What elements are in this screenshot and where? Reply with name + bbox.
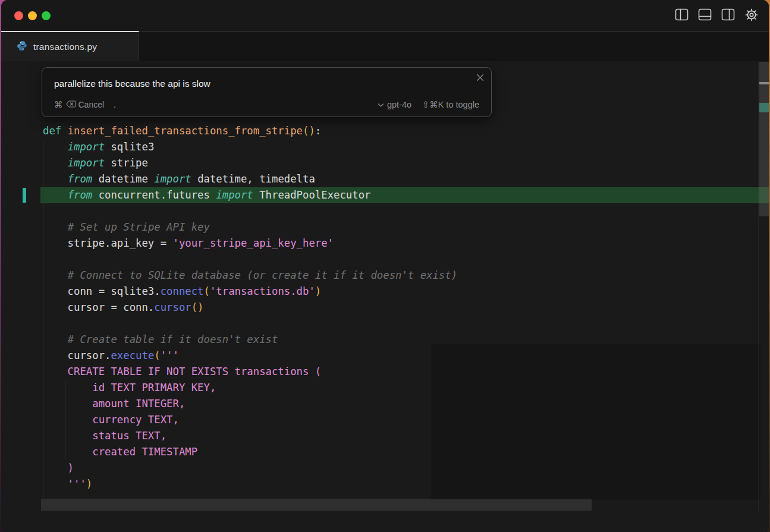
close-icon [476, 74, 484, 83]
code-editor[interactable]: def insert_failed_transactions_from_stri… [1, 61, 769, 532]
code-line[interactable]: from concurrent.futures import ThreadPoo… [1, 187, 758, 203]
toggle-left-sidebar-button[interactable] [675, 8, 689, 23]
titlebar-actions [675, 0, 759, 31]
zoom-window-button[interactable] [42, 11, 51, 20]
titlebar [1, 0, 769, 31]
code-line[interactable] [1, 316, 758, 332]
gear-icon [744, 8, 759, 24]
code-line[interactable]: CREATE TABLE IF NOT EXISTS transactions … [1, 364, 758, 380]
model-name: gpt-4o [387, 100, 411, 109]
code-line[interactable]: currency TEXT, [1, 412, 758, 428]
code-line[interactable]: # Create table if it doesn't exist [1, 332, 758, 348]
code-line[interactable] [1, 251, 758, 267]
code-line[interactable]: import stripe [1, 155, 758, 171]
code-line[interactable]: status TEXT, [1, 428, 758, 444]
tab-label: transactions.py [33, 42, 97, 52]
inline-ai-prompt: ⌘ Cancel . [42, 67, 492, 117]
model-selector[interactable]: gpt-4o [378, 100, 411, 109]
minimize-window-button[interactable] [28, 11, 37, 20]
overview-ruler-change-marker [759, 103, 769, 112]
prompt-footer: ⌘ Cancel . [54, 99, 479, 111]
code-line[interactable]: created TIMESTAMP [1, 444, 758, 460]
code-line[interactable]: ) [1, 460, 758, 476]
code-line[interactable]: # Connect to SQLite database (or create … [1, 267, 758, 284]
backspace-icon [66, 100, 76, 109]
code-line[interactable]: # Set up Stripe API key [1, 219, 758, 235]
python-logo-icon [17, 40, 27, 53]
settings-button[interactable] [744, 8, 759, 24]
cancel-button[interactable]: ⌘ Cancel [54, 100, 104, 109]
code-line[interactable]: def insert_failed_transactions_from_stri… [1, 123, 758, 139]
prompt-input[interactable] [54, 77, 467, 91]
layout-panel-bottom-icon [698, 8, 712, 23]
overview-ruler-cursor-marker [759, 82, 769, 84]
toggle-shortcut-hint: ⇧⌘K to toggle [422, 100, 479, 109]
layout-sidebar-right-icon [721, 8, 735, 23]
close-window-button[interactable] [14, 11, 23, 20]
code-line[interactable]: cursor = conn.cursor() [1, 300, 758, 316]
app-window: transactions.py def insert_failed_transa… [1, 0, 769, 532]
code-line[interactable]: stripe.api_key = 'your_stripe_api_key_he… [1, 235, 758, 251]
vertical-scrollbar[interactable] [758, 62, 769, 512]
prompt-close-button[interactable] [474, 72, 486, 85]
cancel-label: Cancel [78, 100, 105, 109]
code-area[interactable]: def insert_failed_transactions_from_stri… [1, 123, 758, 492]
toggle-right-sidebar-button[interactable] [721, 8, 735, 23]
layout-sidebar-left-icon [675, 8, 689, 23]
code-line[interactable]: ''') [1, 476, 758, 492]
prompt-dot: . [114, 100, 116, 109]
chevron-down-icon [378, 100, 384, 109]
code-line[interactable]: import sqlite3 [1, 139, 758, 155]
window-frame: transactions.py def insert_failed_transa… [0, 0, 770, 532]
code-line[interactable]: id TEXT PRIMARY KEY, [1, 380, 758, 396]
traffic-lights [14, 11, 51, 20]
command-key-glyph: ⌘ [54, 100, 63, 109]
tab-transactions-py[interactable]: transactions.py [1, 31, 139, 62]
tab-bar: transactions.py [1, 31, 769, 61]
code-line[interactable]: conn = sqlite3.connect('transactions.db'… [1, 284, 758, 300]
code-line[interactable]: amount INTEGER, [1, 396, 758, 412]
code-line[interactable]: cursor.execute(''' [1, 348, 758, 364]
prompt-footer-right: gpt-4o ⇧⌘K to toggle [378, 100, 479, 109]
toggle-bottom-panel-button[interactable] [698, 8, 712, 23]
code-line[interactable]: from datetime import datetime, timedelta [1, 171, 758, 187]
horizontal-scrollbar-thumb[interactable] [41, 499, 592, 511]
code-line[interactable] [1, 203, 758, 219]
vertical-scrollbar-thumb[interactable] [759, 62, 769, 216]
